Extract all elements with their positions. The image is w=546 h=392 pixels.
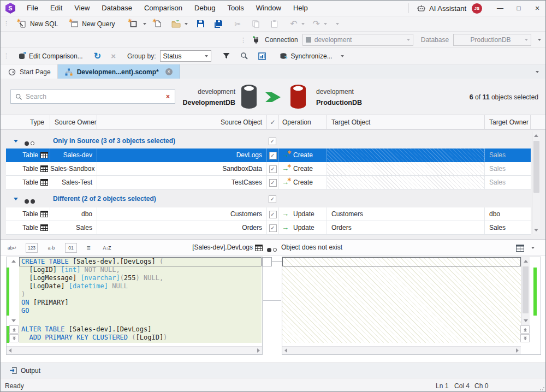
connection-toolbar-overflow-icon[interactable] bbox=[538, 39, 541, 41]
menu-comparison[interactable]: Comparison bbox=[138, 1, 188, 16]
row-checkbox[interactable]: ✓ bbox=[269, 211, 277, 218]
column-target-object[interactable]: Target Object bbox=[327, 115, 485, 130]
output-tab[interactable]: Output bbox=[21, 367, 40, 375]
scroll-right-icon[interactable] bbox=[257, 348, 260, 353]
column-operation[interactable]: Operation bbox=[279, 115, 327, 130]
toolbar-drag-handle-icon[interactable]: ⋮ bbox=[3, 52, 9, 60]
tab-close-icon[interactable]: × bbox=[165, 68, 173, 75]
scroll-up-icon[interactable] bbox=[532, 132, 540, 140]
tab-start-page[interactable]: Start Page bbox=[1, 64, 58, 79]
word-wrap-icon[interactable]: ab↵ bbox=[6, 243, 18, 253]
database-select[interactable]: ProductionDB bbox=[453, 34, 531, 46]
menu-window[interactable]: Window bbox=[250, 1, 287, 16]
column-source-object[interactable]: Source Object bbox=[97, 115, 267, 130]
scrollbar-thumb[interactable] bbox=[523, 266, 529, 313]
open-file-dropdown-icon[interactable] bbox=[185, 23, 188, 25]
next-difference-button[interactable] bbox=[9, 334, 19, 342]
tab-list-dropdown-icon[interactable] bbox=[536, 71, 539, 73]
target-horizontal-scrollbar[interactable] bbox=[282, 346, 521, 354]
cut-button[interactable]: ✂ bbox=[232, 19, 244, 29]
table-row[interactable]: Table Sales-Sandbox SandboxData ✓ →∗Crea… bbox=[6, 162, 531, 176]
menu-file[interactable]: File bbox=[21, 1, 44, 16]
table-row[interactable]: Table dbo Customers ✓ →Update Customers … bbox=[6, 207, 531, 221]
user-avatar[interactable]: JS bbox=[472, 3, 482, 14]
menu-database[interactable]: Database bbox=[96, 1, 138, 16]
scroll-up-icon[interactable] bbox=[521, 257, 530, 265]
group-collapse-icon[interactable] bbox=[14, 140, 18, 142]
menu-edit[interactable]: Edit bbox=[44, 1, 68, 16]
synchronize-button[interactable]: Synchronize... bbox=[276, 50, 335, 62]
sort-icon[interactable]: A↓Z bbox=[101, 243, 113, 253]
synchronize-dropdown-icon[interactable] bbox=[341, 55, 344, 57]
collapse-region-icon[interactable] bbox=[11, 319, 16, 322]
scroll-right-icon[interactable] bbox=[516, 348, 519, 353]
table-row[interactable]: Table Sales-Test TestCases ✓ →∗Create Sa… bbox=[6, 176, 531, 189]
line-numbers-icon[interactable]: 123 bbox=[26, 243, 38, 253]
source-horizontal-scrollbar[interactable] bbox=[7, 346, 262, 354]
resize-grip-icon[interactable] bbox=[539, 385, 545, 391]
scrollbar-thumb[interactable] bbox=[533, 141, 539, 193]
indent-guides-icon[interactable]: ≡ bbox=[82, 243, 94, 253]
connection-select[interactable]: development bbox=[302, 34, 413, 46]
edit-comparison-button[interactable]: Edit Comparison... bbox=[14, 50, 86, 62]
new-file-button[interactable]: ∗ bbox=[151, 17, 165, 30]
maximize-button[interactable]: □ bbox=[509, 1, 528, 16]
table-row[interactable]: Table Sales Orders ✓ →Update Orders Sale… bbox=[6, 221, 531, 235]
ai-assistant-button[interactable]: AI Assistant bbox=[429, 4, 466, 13]
grid-vertical-scrollbar[interactable] bbox=[532, 132, 540, 234]
toolbar-drag-handle-icon[interactable]: ⋮ bbox=[3, 20, 9, 27]
target-vertical-scrollbar[interactable] bbox=[521, 257, 530, 325]
report-button[interactable] bbox=[255, 50, 270, 62]
redo-button[interactable]: ↷ bbox=[310, 18, 323, 30]
search-input[interactable] bbox=[23, 93, 161, 100]
tab-comparison-document[interactable]: Developmen...ent).scomp* × bbox=[58, 64, 180, 79]
filter-button[interactable] bbox=[219, 50, 234, 62]
save-button[interactable] bbox=[193, 17, 208, 30]
ai-robot-icon[interactable] bbox=[417, 4, 426, 13]
copy-button[interactable] bbox=[248, 17, 263, 30]
group-checkbox[interactable]: ✓ bbox=[269, 195, 276, 203]
new-document-button[interactable]: ∗ bbox=[126, 17, 141, 30]
layout-dropdown-icon[interactable] bbox=[531, 247, 535, 249]
group-checkbox[interactable]: ✓ bbox=[269, 138, 276, 145]
menu-help[interactable]: Help bbox=[287, 1, 314, 16]
minimize-button[interactable]: — bbox=[491, 1, 509, 16]
undo-button[interactable]: ↶ bbox=[287, 18, 300, 30]
table-row[interactable]: Table Sales-dev DevLogs ✓ →∗Create Sales bbox=[6, 149, 531, 162]
new-document-dropdown-icon[interactable] bbox=[143, 23, 146, 25]
open-file-button[interactable] bbox=[169, 17, 183, 30]
scroll-down-icon[interactable] bbox=[521, 317, 530, 325]
group-header-different[interactable]: Different (2 of 2 objects selected) ✓ bbox=[6, 193, 531, 206]
formatting-marks-icon[interactable]: 01 bbox=[65, 243, 77, 253]
column-target-owner[interactable]: Target Owner bbox=[485, 115, 531, 130]
collapse-region-icon[interactable] bbox=[11, 260, 16, 263]
row-checkbox[interactable]: ✓ bbox=[269, 165, 277, 173]
menu-tools[interactable]: Tools bbox=[221, 1, 250, 16]
whitespace-icon[interactable]: a·b bbox=[45, 243, 57, 253]
redo-dropdown-icon[interactable] bbox=[324, 23, 327, 25]
previous-difference-button[interactable] bbox=[520, 325, 530, 334]
close-button[interactable]: × bbox=[528, 1, 546, 16]
scroll-left-icon[interactable] bbox=[284, 348, 287, 353]
undo-dropdown-icon[interactable] bbox=[301, 23, 305, 25]
group-collapse-icon[interactable] bbox=[14, 198, 18, 200]
menu-debug[interactable]: Debug bbox=[188, 1, 221, 16]
toolbar-overflow-icon[interactable] bbox=[336, 23, 339, 25]
search-clear-icon[interactable]: × bbox=[161, 93, 175, 100]
layout-view-icon[interactable] bbox=[516, 245, 524, 253]
find-button[interactable] bbox=[237, 50, 252, 62]
previous-difference-button[interactable] bbox=[9, 325, 19, 334]
group-header-only-in-source[interactable]: Only in Source (3 of 3 objects selected)… bbox=[6, 135, 531, 149]
scroll-left-icon[interactable] bbox=[9, 348, 11, 353]
save-all-button[interactable] bbox=[211, 17, 226, 30]
next-difference-button[interactable] bbox=[520, 334, 530, 342]
column-type[interactable]: Type bbox=[6, 115, 50, 130]
group-by-select[interactable]: Status bbox=[160, 50, 211, 62]
column-source-owner[interactable]: Source Owner bbox=[50, 115, 97, 130]
row-checkbox[interactable]: ✓ bbox=[269, 152, 277, 159]
paste-button[interactable] bbox=[267, 17, 282, 30]
new-query-button[interactable]: ∗ New Query bbox=[67, 17, 117, 30]
menu-view[interactable]: View bbox=[68, 1, 96, 16]
stop-button[interactable]: × bbox=[108, 50, 118, 62]
refresh-button[interactable]: ↻ bbox=[91, 50, 104, 62]
